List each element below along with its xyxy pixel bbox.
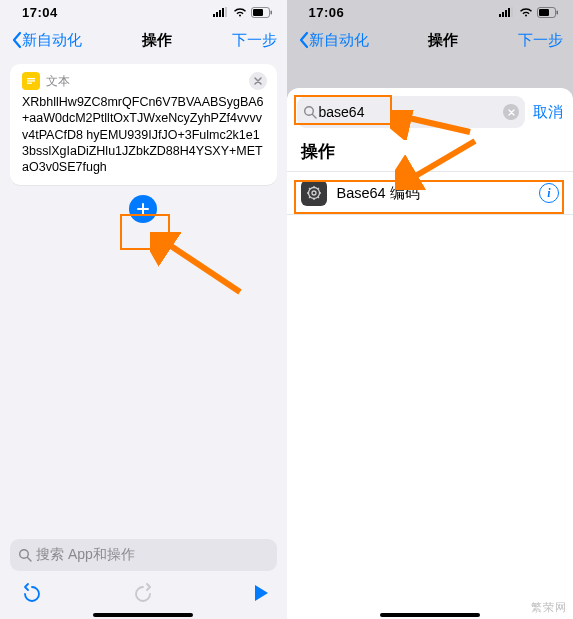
run-button[interactable] bbox=[253, 584, 269, 606]
status-bar: 17:06 bbox=[287, 0, 574, 24]
clear-search-button[interactable] bbox=[503, 104, 519, 120]
sheet-title: 操作 bbox=[287, 134, 574, 171]
svg-rect-14 bbox=[505, 10, 507, 17]
redo-button bbox=[135, 582, 157, 608]
divider bbox=[287, 214, 574, 215]
search-icon bbox=[18, 548, 32, 562]
svg-point-22 bbox=[312, 191, 316, 195]
close-icon bbox=[254, 77, 262, 85]
back-button[interactable]: 新自动化 bbox=[10, 31, 82, 50]
back-button[interactable]: 新自动化 bbox=[297, 31, 369, 50]
search-icon bbox=[303, 105, 317, 119]
left-phone: 17:04 新自动化 操作 下一步 文本 bbox=[0, 0, 287, 619]
add-action-button[interactable] bbox=[129, 195, 157, 223]
home-indicator bbox=[380, 613, 480, 617]
svg-rect-3 bbox=[222, 8, 224, 17]
nav-bar: 新自动化 操作 下一步 bbox=[0, 24, 287, 56]
signal-icon bbox=[499, 7, 515, 17]
status-right bbox=[213, 7, 273, 18]
svg-rect-2 bbox=[219, 10, 221, 17]
result-label: Base64 编码 bbox=[337, 184, 530, 203]
bottom-toolbar bbox=[0, 575, 287, 615]
home-indicator bbox=[93, 613, 193, 617]
svg-rect-10 bbox=[27, 83, 32, 84]
search-placeholder: 搜索 App和操作 bbox=[36, 546, 135, 564]
battery-icon bbox=[251, 7, 273, 18]
card-body-text: XRbhllHw9ZC8mrQFCn6V7BVAABSygBA6+aaW0dcM… bbox=[22, 94, 265, 175]
play-icon bbox=[253, 584, 269, 602]
svg-rect-13 bbox=[502, 12, 504, 17]
back-label: 新自动化 bbox=[22, 31, 82, 50]
info-button[interactable]: i bbox=[539, 183, 559, 203]
undo-button[interactable] bbox=[18, 582, 40, 608]
svg-rect-1 bbox=[216, 12, 218, 17]
svg-rect-0 bbox=[213, 14, 215, 17]
plus-icon bbox=[136, 202, 150, 216]
card-close-button[interactable] bbox=[249, 72, 267, 90]
sheet-search-bar[interactable] bbox=[297, 96, 526, 128]
svg-rect-12 bbox=[499, 14, 501, 17]
close-icon bbox=[508, 109, 515, 116]
cancel-button[interactable]: 取消 bbox=[533, 103, 563, 122]
back-label: 新自动化 bbox=[309, 31, 369, 50]
svg-rect-19 bbox=[557, 10, 559, 14]
status-bar: 17:04 bbox=[0, 0, 287, 24]
action-picker-sheet: 取消 操作 Base64 编码 i bbox=[287, 88, 574, 619]
svg-rect-8 bbox=[27, 78, 35, 79]
status-time: 17:06 bbox=[309, 5, 345, 20]
svg-rect-16 bbox=[511, 7, 513, 17]
svg-rect-7 bbox=[270, 10, 272, 14]
svg-rect-4 bbox=[225, 7, 227, 17]
nav-bar: 新自动化 操作 下一步 bbox=[287, 24, 574, 56]
search-input[interactable] bbox=[317, 104, 504, 120]
svg-rect-15 bbox=[508, 8, 510, 17]
page-title: 操作 bbox=[142, 31, 172, 50]
page-title: 操作 bbox=[428, 31, 458, 50]
redo-icon bbox=[135, 582, 157, 604]
text-action-card[interactable]: 文本 XRbhllHw9ZC8mrQFCn6V7BVAABSygBA6+aaW0… bbox=[10, 64, 277, 185]
svg-rect-6 bbox=[253, 9, 263, 16]
svg-rect-18 bbox=[539, 9, 549, 16]
next-button[interactable]: 下一步 bbox=[232, 31, 277, 50]
gear-icon bbox=[301, 180, 327, 206]
next-button[interactable]: 下一步 bbox=[518, 31, 563, 50]
result-row[interactable]: Base64 编码 i bbox=[287, 172, 574, 214]
status-right bbox=[499, 7, 559, 18]
search-bar[interactable]: 搜索 App和操作 bbox=[10, 539, 277, 571]
wifi-icon bbox=[519, 7, 533, 17]
undo-icon bbox=[18, 582, 40, 604]
status-time: 17:04 bbox=[22, 5, 58, 20]
svg-rect-9 bbox=[27, 80, 35, 81]
text-action-icon bbox=[22, 72, 40, 90]
card-title: 文本 bbox=[46, 73, 70, 90]
battery-icon bbox=[537, 7, 559, 18]
signal-icon bbox=[213, 7, 229, 17]
wifi-icon bbox=[233, 7, 247, 17]
right-phone: 17:06 新自动化 操作 下一步 bbox=[287, 0, 574, 619]
watermark: 繁荣网 bbox=[531, 600, 567, 615]
